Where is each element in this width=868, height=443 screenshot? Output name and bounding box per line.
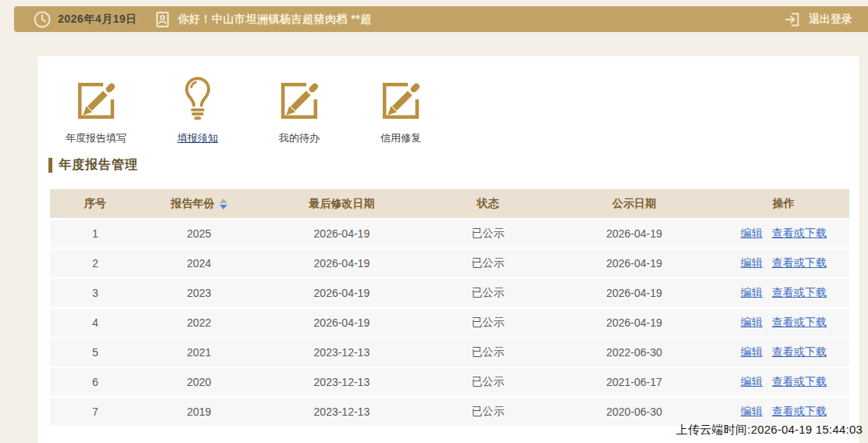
- upload-cloud-time: 上传云端时间:2026-04-19 15:44:03: [676, 423, 863, 438]
- edit-link[interactable]: 编辑: [741, 227, 763, 239]
- cell-seq: 6: [50, 367, 141, 397]
- cell-publish: 2021-06-17: [550, 367, 718, 397]
- edit-link[interactable]: 编辑: [741, 405, 763, 417]
- shortcut-label: 我的待办: [279, 131, 320, 145]
- cell-status: 已公示: [426, 248, 551, 278]
- edit-link[interactable]: 编辑: [741, 286, 763, 298]
- shortcut-credit-repair[interactable]: 信用修复: [354, 73, 448, 145]
- cell-actions: 编辑查看或下载: [718, 219, 849, 248]
- table-row: 320232026-04-19已公示2026-04-19编辑查看或下载: [50, 278, 849, 308]
- clock-icon: [33, 10, 52, 29]
- view-or-download-link[interactable]: 查看或下载: [772, 375, 827, 388]
- edit-square-icon: [73, 73, 119, 123]
- logout-button[interactable]: 退出登录: [784, 10, 852, 29]
- edit-link[interactable]: 编辑: [741, 316, 763, 328]
- topbar: 2026年4月19日 你好！中山市坦洲镇杨吉超猪肉档 **超 退出登录: [14, 6, 868, 32]
- cell-publish: 2022-06-30: [550, 338, 718, 367]
- cell-status: 已公示: [426, 397, 551, 427]
- cell-year: 2021: [141, 338, 258, 367]
- greeting-text: 你好！中山市坦洲镇杨吉超猪肉档 **超: [178, 13, 372, 27]
- cell-modified: 2023-12-13: [258, 367, 426, 397]
- table-row: 220242026-04-19已公示2026-04-19编辑查看或下载: [50, 248, 849, 278]
- shortcut-annual-report-fill[interactable]: 年度报告填写: [49, 73, 143, 145]
- header-year: 报告年份: [141, 189, 258, 219]
- view-or-download-link[interactable]: 查看或下载: [772, 345, 827, 358]
- cell-seq: 7: [50, 397, 141, 427]
- header-publish: 公示日期: [550, 189, 718, 219]
- cell-seq: 2: [50, 248, 141, 278]
- cell-actions: 编辑查看或下载: [718, 248, 849, 278]
- cell-modified: 2026-04-19: [258, 219, 426, 248]
- header-actions: 操作: [718, 189, 849, 219]
- table-row: 620202023-12-13已公示2021-06-17编辑查看或下载: [50, 367, 849, 397]
- view-or-download-link[interactable]: 查看或下载: [772, 227, 827, 239]
- report-table-body: 120252026-04-19已公示2026-04-19编辑查看或下载22024…: [50, 219, 849, 427]
- cell-publish: 2026-04-19: [550, 248, 718, 278]
- cell-actions: 编辑查看或下载: [718, 367, 849, 397]
- edit-square-icon: [277, 73, 322, 123]
- cell-actions: 编辑查看或下载: [718, 278, 849, 308]
- header-modified: 最后修改日期: [258, 189, 426, 219]
- user-badge-icon: [153, 10, 172, 29]
- cell-status: 已公示: [426, 278, 551, 308]
- header-seq: 序号: [50, 189, 141, 219]
- cell-year: 2025: [141, 219, 258, 248]
- cell-year: 2024: [141, 248, 258, 278]
- shortcut-label: 信用修复: [380, 131, 421, 145]
- cell-actions: 编辑查看或下载: [718, 308, 849, 338]
- table-row: 520212023-12-13已公示2022-06-30编辑查看或下载: [50, 338, 849, 367]
- cell-status: 已公示: [426, 219, 551, 248]
- cell-modified: 2023-12-13: [258, 338, 426, 367]
- header-year-label: 报告年份: [171, 197, 215, 209]
- main-card: 年度报告填写 填报须知: [38, 56, 859, 443]
- shortcut-menu: 年度报告填写 填报须知: [49, 73, 448, 145]
- cell-modified: 2023-12-13: [258, 397, 426, 427]
- cell-modified: 2026-04-19: [258, 308, 426, 338]
- view-or-download-link[interactable]: 查看或下载: [772, 256, 827, 269]
- cell-seq: 1: [50, 219, 141, 248]
- logout-icon: [784, 10, 802, 29]
- cell-publish: 2026-04-19: [550, 308, 718, 338]
- cell-status: 已公示: [426, 338, 551, 367]
- sort-caret-up-icon[interactable]: [220, 198, 227, 203]
- section-title-text: 年度报告管理: [59, 157, 138, 173]
- edit-square-icon: [378, 73, 423, 123]
- sort-caret-down-icon[interactable]: [220, 205, 227, 209]
- cell-publish: 2026-04-19: [550, 278, 718, 308]
- view-or-download-link[interactable]: 查看或下载: [772, 405, 827, 417]
- section-title: 年度报告管理: [48, 157, 138, 173]
- topbar-date-group: 2026年4月19日: [33, 10, 138, 29]
- cell-publish: 2026-04-19: [550, 219, 718, 248]
- edit-link[interactable]: 编辑: [741, 256, 763, 269]
- shortcut-label: 年度报告填写: [66, 131, 127, 145]
- cell-seq: 5: [50, 338, 141, 367]
- logout-label: 退出登录: [809, 13, 852, 27]
- sort-control[interactable]: [220, 198, 227, 209]
- shortcut-label: 填报须知: [177, 131, 218, 145]
- cell-modified: 2026-04-19: [258, 248, 426, 278]
- table-row: 420222026-04-19已公示2026-04-19编辑查看或下载: [50, 308, 849, 338]
- header-status: 状态: [426, 189, 551, 219]
- cell-seq: 4: [50, 308, 141, 338]
- view-or-download-link[interactable]: 查看或下载: [772, 316, 827, 328]
- cell-seq: 3: [50, 278, 141, 308]
- header-row: 序号 报告年份 最后修改日期 状态 公示日期 操作: [50, 189, 849, 219]
- report-table: 序号 报告年份 最后修改日期 状态 公示日期 操作 120252026-04-1…: [50, 189, 849, 427]
- cell-modified: 2026-04-19: [258, 278, 426, 308]
- topbar-user-group: 你好！中山市坦洲镇杨吉超猪肉档 **超: [153, 10, 372, 29]
- cell-status: 已公示: [426, 367, 551, 397]
- edit-link[interactable]: 编辑: [741, 375, 763, 388]
- shortcut-my-todo[interactable]: 我的待办: [252, 73, 346, 145]
- cell-actions: 编辑查看或下载: [718, 338, 849, 367]
- section-title-bar: [48, 158, 52, 173]
- cell-year: 2020: [141, 367, 258, 397]
- lightbulb-icon: [179, 73, 216, 123]
- current-date: 2026年4月19日: [58, 13, 138, 27]
- edit-link[interactable]: 编辑: [741, 345, 763, 358]
- report-table-head: 序号 报告年份 最后修改日期 状态 公示日期 操作: [50, 189, 849, 219]
- view-or-download-link[interactable]: 查看或下载: [772, 286, 827, 298]
- cell-year: 2019: [141, 397, 258, 427]
- shortcut-filing-notice[interactable]: 填报须知: [151, 73, 245, 145]
- cell-year: 2022: [141, 308, 258, 338]
- cell-status: 已公示: [426, 308, 551, 338]
